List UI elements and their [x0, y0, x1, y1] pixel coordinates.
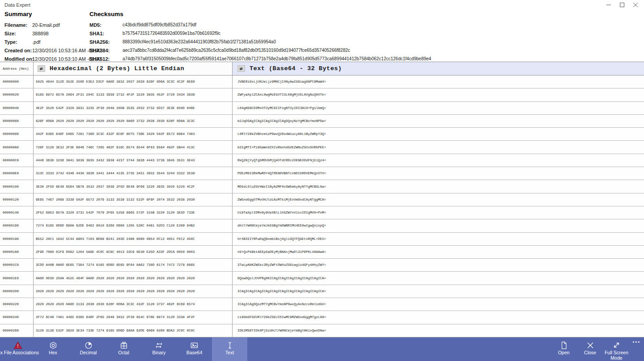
address-cell: 000000A0 [0, 141, 34, 153]
table-row: 00000160 7274 6165 0D6D 680A 62DE 6462 6… [0, 219, 644, 232]
field-label: SHA1: [89, 31, 123, 36]
toolbar-label: Text [225, 350, 234, 356]
hex-bytes-cell: 442F 6365 646F 5065 7261 736D 3C3C 432F … [34, 128, 233, 140]
document-icon [560, 341, 568, 349]
address-column-header: Address (Hex) [0, 62, 34, 75]
address-cell: 00000160 [0, 219, 34, 232]
text-column-title: Text (Base64 - 32 Bytes) [250, 65, 342, 72]
open-button[interactable]: Open [551, 337, 577, 361]
address-cell: 00000240 [0, 311, 34, 323]
base64-text-cell: MD5dL0luZGV4WzI1NyA2MF0vSW5mbyAyNTYgMCBS… [233, 180, 644, 193]
hex-bytes-cell: 2F72 6C46 7461 4465 6365 646F 2F65 2049 … [34, 311, 233, 323]
table-row: 00000000 5025 4644 312D 352E 250D E3E2 D… [0, 76, 644, 88]
base64-text-cell: PDEzM0I3RkMwRDY4QTRENDVBNTcxNDI5RDVEMkQz… [233, 167, 644, 180]
octal-mode-button[interactable]: Octal [106, 337, 141, 361]
hex-column-header: ⇄ Hexadecimal (2 Bytes) Little Endian [34, 62, 233, 75]
hex-viewer: Address (Hex) ⇄ Hexadecimal (2 Bytes) Li… [0, 62, 644, 337]
address-cell: 000000E0 [0, 167, 34, 180]
hex-bytes-cell: 2020 2020 2020 0A0D 3133 2036 2030 626F … [34, 298, 233, 311]
hex-mode-button[interactable]: Hex [35, 337, 71, 361]
address-cell: 00000120 [0, 193, 34, 206]
toolbar-label: Full Screen Mode [603, 350, 630, 361]
fix-file-associations-button[interactable]: Fix File Associations [0, 337, 35, 361]
base64-mode-button[interactable]: Base64 [177, 337, 212, 361]
table-row: 00000180 B552 20C1 1842 5C44 A903 7103 B… [0, 233, 644, 246]
window-title: Data Expert [4, 2, 30, 8]
hex-bytes-cell: 3E30 2F5D 6E49 6564 5B78 3532 2037 3036 … [34, 180, 233, 193]
toolbar-label: Fix File Associations [0, 350, 39, 356]
text-mode-button[interactable]: Text [212, 337, 247, 361]
hex-bytes-cell: 7274 6165 0D6D 680A 62DE 6462 6010 6260 … [34, 219, 233, 232]
swap-arrows-icon [155, 341, 163, 349]
toolbar-label: Octal [118, 350, 129, 356]
field-label: Size: [4, 31, 32, 36]
base64-text-cell: nS+QcPkBktAEEp5aDEyMjBNAxjMwDl3iP6PKLVAA… [233, 246, 644, 258]
base64-text-cell: UrXBIEIYRFwDqQNxmb1Bsj0gliSQYFQGEtxRQML+… [233, 233, 644, 245]
hex-bytes-cell: 726F 3120 3E32 2F3E 6946 746C 7265 462F … [34, 141, 233, 153]
table-row: 00000040 4E2F 3520 542F 3320 3931 3235 2… [0, 102, 644, 115]
table-row: 00000240 2F72 6C46 7461 4465 6365 646F 2… [0, 311, 644, 324]
full-screen-mode-button[interactable]: Full Screen Mode [603, 337, 630, 361]
table-row: 000000C0 4446 3636 3236 3841 3039 3935 3… [0, 154, 644, 167]
toolbar-label: Binary [153, 350, 166, 356]
window-controls [602, 0, 642, 10]
table-row: 000000A0 726F 3120 3E32 2F3E 6946 746C 7… [0, 141, 644, 154]
table-row: 000001A0 2F9D 7090 01F9 D092 1204 5A9E 4… [0, 246, 644, 259]
toolbar-left-group: Fix File Associations Hex Decimal [0, 337, 247, 361]
address-cell: 00000060 [0, 115, 34, 127]
binary-mode-button[interactable]: Binary [141, 337, 177, 361]
address-cell: 00000000 [0, 76, 34, 88]
table-row: 000001C0 3CDD A40B 0A0D 6E65 7364 7274 6… [0, 259, 644, 272]
hex-bytes-cell: B552 20C1 1842 5C44 A903 7103 BD99 B241 … [34, 233, 233, 245]
checksum-fields: MD5: c43bdcf9dd875df09cfb852d37a179df SH… [89, 21, 431, 63]
hex-bytes-cell: 5025 4644 312D 352E 250D E3E2 D3CF 0A0D … [34, 76, 233, 88]
minimize-icon [606, 3, 611, 7]
field-label: SHA256: [89, 39, 123, 45]
toolbar-label: Open [558, 350, 570, 356]
minimize-button[interactable] [602, 0, 615, 10]
base64-text-cell: RkQ2NjYyQTg5MDU5MjQ4OTdCRDc2OENEODdFNjE1… [233, 154, 644, 167]
address-cell: 00000140 [0, 206, 34, 219]
table-row: 00000020 6165 6972 657A 2064 2F31 204C 3… [0, 88, 644, 101]
table-row: 00000220 2020 2020 2020 0A0D 3133 2036 2… [0, 298, 644, 311]
sha384-value: aec37a8bbc7cd8dda2f4caf7e625b89ca2635c5c… [123, 48, 431, 53]
base64-text-cell: ci9GbGF0ZURlY29kZS9JIDIwMC9MZW5ndGggMTgz… [233, 311, 644, 323]
more-options-button[interactable]: ••• [632, 339, 640, 344]
hex-bytes-cell: 313C 3333 3742 4346 4430 3836 3441 3444 … [34, 167, 233, 180]
base64-text-cell: ICAgICAgDQozMTYgMCBvYmoNPDwvQyAxNzcvRmls… [233, 298, 644, 311]
table-row: 00000080 442F 6365 646F 5065 7261 736D 3… [0, 128, 644, 141]
hex-bytes-cell: 2F9D 7090 01F9 D092 1204 5A9E 4C0C 8C8C … [34, 246, 233, 258]
toolbar-label: Base64 [186, 350, 203, 356]
field-label: Type: [4, 39, 32, 45]
maximize-button[interactable] [615, 0, 629, 10]
field-label: Created on: [4, 48, 32, 53]
close-button[interactable]: Close [577, 337, 603, 361]
text-column-header: ⇄ Text (Base64 - 32 Bytes) [233, 62, 644, 75]
toolbar-label: Decimal [80, 350, 97, 356]
hex-bytes-cell: 4446 3636 3236 3841 3039 3935 3432 3938 … [34, 154, 233, 167]
hex-bytes-cell: 626F 0D6A 2020 2020 2020 2020 2020 2020 … [34, 115, 233, 127]
close-icon [633, 3, 638, 7]
hex-bytes-cell: 0A0D 0D30 250A 4525 464F 0A0D 2020 2020 … [34, 272, 233, 284]
hex-nut-icon [49, 341, 57, 349]
address-cell: 000001A0 [0, 246, 34, 258]
base64-text-cell: IDE2MS9TIDk0Pj5zdHJlYW0NCmjeYmBgYAKivQws… [233, 324, 644, 337]
hex-table-body: 00000000 5025 4644 312D 352E 250D E3E2 D… [0, 76, 644, 337]
maximize-icon [620, 3, 624, 7]
base64-text-cell: L04gNS9UIDMxOTUyMC9IIFsgNTUyIDI3N10+Pg1l… [233, 102, 644, 114]
swap-encoding-icon[interactable]: ⇄ [237, 65, 245, 72]
base64-text-cell: Ui9TaXplIDMxNy9UeXBlL1hSZWYvV1sxIDIgMV0+… [233, 206, 644, 219]
summary-heading: Summary [4, 11, 101, 17]
decimal-mode-button[interactable]: Decimal [71, 337, 106, 361]
address-cell: 00000020 [0, 88, 34, 101]
summary-section: Summary Filename: 20-Email.pdf Size: 388… [4, 11, 101, 63]
sha512-value: a74db797a6f31505009bfec0ad5c7200af55f591… [123, 56, 431, 61]
field-label: SHA384: [89, 48, 123, 53]
close-window-button[interactable] [629, 0, 642, 10]
table-row: 00000120 6E65 7467 2068 3339 502F 6572 2… [0, 193, 644, 206]
base64-text-cell: b3IgMTI+Pi9GaWx0ZXIvRmxhdGVEZWNvZGUvSURb… [233, 141, 644, 153]
table-row: 000000E0 313C 3333 3742 4346 4430 3836 3… [0, 167, 644, 180]
hex-bytes-cell: 2F52 6953 657A 3320 3731 542F 7079 2F65 … [34, 206, 233, 219]
swap-endianness-icon[interactable]: ⇄ [38, 65, 45, 72]
hex-bytes-cell: 3120 3136 532F 3920 3E34 733E 7274 6165 … [34, 324, 233, 337]
